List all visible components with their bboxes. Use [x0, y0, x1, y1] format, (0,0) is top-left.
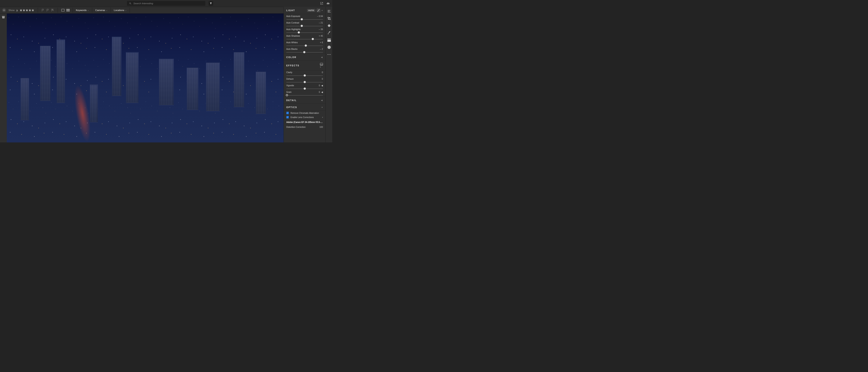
image-viewport[interactable]: [7, 13, 283, 143]
slider-knob[interactable]: [304, 74, 306, 77]
color-section-header[interactable]: COLOR ◀: [284, 54, 326, 61]
linear-gradient-tool[interactable]: [327, 38, 331, 42]
chevron-down-icon[interactable]: ▾: [322, 9, 323, 11]
slider-knob[interactable]: [301, 25, 303, 27]
plus-icon: [3, 9, 5, 11]
tone-curve-button[interactable]: [317, 8, 320, 12]
checkbox-checked-icon[interactable]: ✓: [286, 116, 289, 119]
slider-knob[interactable]: [298, 31, 300, 34]
slider-track[interactable]: [286, 31, 323, 34]
slider-track[interactable]: [286, 94, 323, 97]
slider-label: Auto Blacks: [286, 48, 298, 50]
enable-lens-row[interactable]: ✓ Enable Lens Corrections ▾: [284, 115, 326, 119]
share-icon[interactable]: [320, 2, 323, 5]
separator: [92, 8, 92, 13]
flag-reject-icon[interactable]: [51, 9, 54, 12]
slider-knob[interactable]: [301, 18, 303, 21]
funnel-icon: [210, 2, 212, 5]
slider-knob[interactable]: [305, 44, 307, 47]
slider-label: Auto Exposure: [286, 15, 300, 18]
brush-tool[interactable]: [327, 31, 331, 35]
edit-panel: LIGHT AUTO ▾ Auto Exposure– 0.94Auto Con…: [283, 7, 326, 143]
slider-track[interactable]: [286, 51, 323, 54]
radial-gradient-tool[interactable]: [327, 45, 331, 49]
slider-value: – 2: [320, 48, 323, 50]
optics-title: OPTICS: [286, 106, 297, 108]
svg-rect-4: [66, 10, 67, 11]
slider-value: 0: [322, 78, 323, 80]
filter-button[interactable]: [209, 1, 213, 6]
detail-section-header[interactable]: DETAIL ◀: [284, 97, 326, 104]
chevron-down-icon: ⌄: [125, 9, 127, 11]
remove-ca-row[interactable]: ✓ Remove Chromatic Aberration: [284, 111, 326, 115]
slider-track[interactable]: [286, 74, 323, 77]
light-slider-row: Auto Whites+ 6: [284, 40, 326, 47]
slider-track[interactable]: [286, 37, 323, 40]
svg-point-16: [329, 54, 329, 55]
edit-sliders-tool[interactable]: [327, 9, 331, 13]
light-section-header[interactable]: LIGHT AUTO ▾: [284, 7, 326, 14]
slider-knob[interactable]: [303, 51, 305, 54]
separator: [38, 8, 38, 13]
expand-icon[interactable]: ◀: [321, 91, 323, 93]
slider-knob[interactable]: [304, 88, 306, 90]
slider-value: 0: [319, 84, 320, 87]
slider-knob[interactable]: [311, 38, 314, 40]
flag-filters: [41, 9, 54, 12]
star-rating-filter[interactable]: [20, 9, 34, 12]
checkbox-checked-icon[interactable]: ✓: [286, 112, 289, 114]
effects-section-header[interactable]: EFFECTS ▾: [284, 61, 326, 70]
distortion-label: Distortion Correction: [286, 126, 306, 128]
chevron-down-icon: ⌄: [87, 9, 89, 11]
left-rail: [0, 13, 7, 143]
separator: [58, 8, 58, 13]
svg-point-15: [328, 54, 328, 55]
photo-preview: [7, 13, 283, 143]
chevron-down-icon[interactable]: ▾: [322, 116, 323, 118]
star-icon[interactable]: [20, 9, 23, 12]
locations-dropdown[interactable]: Locations⌄: [114, 9, 127, 11]
optics-section-header[interactable]: OPTICS ▾: [284, 104, 326, 111]
star-icon[interactable]: [28, 9, 31, 12]
slider-track[interactable]: [286, 87, 323, 90]
healing-tool[interactable]: [327, 24, 331, 28]
search-input[interactable]: [133, 2, 203, 5]
add-button[interactable]: [2, 8, 6, 12]
more-tool[interactable]: [327, 53, 331, 56]
single-view-icon[interactable]: [61, 9, 65, 12]
split-tone-icon[interactable]: [320, 63, 323, 65]
slider-value: + 6: [320, 41, 323, 44]
keywords-dropdown[interactable]: Keywords⌄: [76, 9, 89, 11]
slider-knob[interactable]: [304, 81, 306, 83]
search-field[interactable]: [127, 1, 205, 6]
slider-track[interactable]: [286, 24, 323, 27]
flag-pick-icon[interactable]: [41, 9, 44, 12]
slider-track[interactable]: [286, 18, 323, 21]
svg-rect-0: [61, 9, 64, 11]
slider-track[interactable]: [286, 81, 323, 84]
flag-unflagged-icon[interactable]: [46, 9, 50, 12]
expand-icon[interactable]: ◀: [321, 84, 323, 87]
tool-strip: [326, 7, 332, 143]
gte-symbol[interactable]: ≥: [16, 9, 18, 12]
cameras-dropdown[interactable]: Cameras⌄: [95, 9, 107, 11]
separator: [111, 8, 111, 13]
top-bar: [0, 0, 332, 7]
grid-view-icon[interactable]: [66, 9, 70, 12]
show-label: Show: [8, 9, 14, 11]
slider-track[interactable]: [286, 44, 323, 47]
star-icon[interactable]: [31, 9, 34, 12]
star-icon[interactable]: [25, 9, 28, 12]
locations-label: Locations: [114, 9, 124, 11]
svg-point-17: [330, 54, 331, 55]
cloud-icon[interactable]: [327, 2, 330, 5]
slider-knob[interactable]: [286, 94, 288, 96]
separator: [130, 8, 130, 13]
slider-label: Clarity: [286, 71, 292, 73]
lens-profile[interactable]: Adobe (Canon EF 24-105mm f/3.5-5.…: [284, 119, 326, 125]
auto-button[interactable]: AUTO: [307, 9, 315, 12]
star-icon[interactable]: [23, 9, 25, 12]
crop-tool[interactable]: [327, 17, 331, 20]
archive-icon[interactable]: [2, 16, 5, 19]
effects-slider-row: Clarity0: [284, 70, 326, 77]
